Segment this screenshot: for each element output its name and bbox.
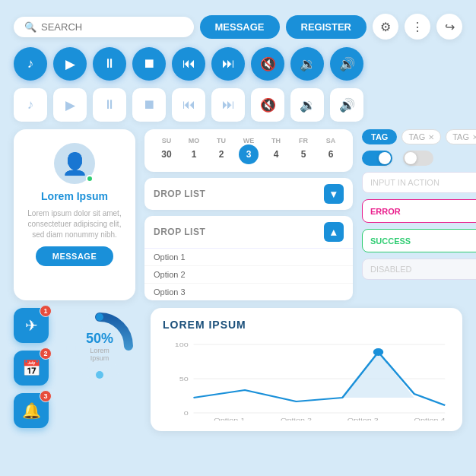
profile-card: 👤 Lorem Ipsum Lorem ipsum dolor sit amet… <box>14 129 135 300</box>
notif-badge-1: 1 <box>40 305 52 317</box>
svg-marker-10 <box>342 352 414 398</box>
svg-point-3 <box>96 371 103 379</box>
cal-day-sa[interactable]: SA 6 <box>319 137 342 164</box>
calendar: SU 30 MO 1 TU 2 WE 3 <box>144 129 353 172</box>
svg-text:Option 4: Option 4 <box>414 416 446 420</box>
play-btn[interactable]: ▶ <box>53 47 87 81</box>
menu-dots-button[interactable]: ⋮ <box>405 14 430 40</box>
toggle-off[interactable] <box>403 151 433 166</box>
media-controls-filled: ♪ ▶ ⏸ ⏹ ⏮ ⏭ 🔇 🔉 🔊 <box>14 47 462 81</box>
search-icon: 🔍 <box>24 21 36 33</box>
top-bar: 🔍 MESSAGE REGISTER ⚙ ⋮ ↪ <box>14 14 462 40</box>
message-button[interactable]: MESSAGE <box>200 15 280 39</box>
tag-close-icon[interactable]: ✕ <box>428 133 434 141</box>
line-chart-svg: 100 50 0 Option 1 Option 2 Option 3 Opti… <box>163 337 450 420</box>
search-input[interactable] <box>41 21 183 33</box>
notif-item-2: 📅 2 <box>14 351 49 386</box>
notification-icons: ✈ 1 📅 2 🔔 3 <box>14 308 49 428</box>
media-controls-outline: ♪ ▶ ⏸ ⏹ ⏮ ⏭ 🔇 🔉 🔊 <box>14 88 462 122</box>
toggle-knob-off <box>405 152 417 164</box>
card-message-button[interactable]: MESSAGE <box>36 246 114 266</box>
online-dot <box>86 175 94 182</box>
toggle-knob-on <box>379 152 391 164</box>
avatar: 👤 <box>54 143 95 184</box>
cal-day-su[interactable]: SU 30 <box>155 137 178 164</box>
droplist-option-3[interactable]: Option 3 <box>144 284 353 300</box>
rewind-btn[interactable]: ⏮ <box>172 47 205 81</box>
tag-outline-2[interactable]: TAG ✕ <box>446 129 476 144</box>
svg-text:50: 50 <box>179 375 189 382</box>
stop-btn[interactable]: ⏹ <box>132 47 166 81</box>
droplist-1-label: DROP LIST <box>154 189 205 199</box>
notif-item-1: ✈ 1 <box>14 308 49 343</box>
donut-wrap: 50% Lorem Ipsum <box>62 308 138 384</box>
input-disabled: DISABLED <box>362 259 476 280</box>
forward-btn[interactable]: ⏭ <box>211 47 245 81</box>
svg-text:100: 100 <box>175 341 189 347</box>
rewind-outline-btn[interactable]: ⏮ <box>172 88 205 122</box>
svg-text:0: 0 <box>184 409 189 416</box>
svg-text:Option 1: Option 1 <box>214 416 245 420</box>
cal-day-th[interactable]: TH 4 <box>265 137 287 164</box>
music-outline-btn[interactable]: ♪ <box>14 88 47 122</box>
avatar-icon: 👤 <box>62 151 88 176</box>
chart-title: LOREM IPSUM <box>163 319 450 331</box>
donut-chart: 50% Lorem Ipsum <box>58 308 141 384</box>
droplist-option-2[interactable]: Option 2 <box>144 266 353 284</box>
toggle-on[interactable] <box>362 151 392 166</box>
pause-btn[interactable]: ⏸ <box>93 47 126 81</box>
stop-outline-btn[interactable]: ⏹ <box>132 88 166 122</box>
droplist-2-header[interactable]: DROP LIST ▴ <box>144 216 353 248</box>
logout-button[interactable]: ↪ <box>436 14 462 40</box>
toggle-row <box>362 151 476 166</box>
music-btn[interactable]: ♪ <box>14 47 47 81</box>
vol-low-btn[interactable]: 🔉 <box>290 47 324 81</box>
droplist-2-label: DROP LIST <box>154 227 205 237</box>
mute-btn[interactable]: 🔇 <box>251 47 284 81</box>
input-error[interactable]: ERROR ✕ <box>362 199 476 223</box>
droplist-option-1[interactable]: Option 1 <box>144 249 353 266</box>
center-panel: SU 30 MO 1 TU 2 WE 3 <box>144 129 353 300</box>
vol-high-outline-btn[interactable]: 🔊 <box>330 88 363 122</box>
right-panel: TAG TAG ✕ TAG ✕ <box>362 129 476 300</box>
tag-close-icon-2[interactable]: ✕ <box>472 133 476 141</box>
notif-item-3: 🔔 3 <box>14 393 49 428</box>
droplist-1[interactable]: DROP LIST ▾ <box>144 178 353 210</box>
line-chart-card: LOREM IPSUM 100 50 0 Option 1 Option 2 <box>151 308 462 431</box>
notif-badge-3: 3 <box>40 390 52 402</box>
input-normal[interactable]: INPUT IN ACTION <box>362 172 476 193</box>
card-name: Lorem Ipsum <box>41 190 108 202</box>
input-success[interactable]: SUCCESS ✓ <box>362 229 476 252</box>
svg-text:Option 3: Option 3 <box>347 416 379 420</box>
card-desc: Lorem ipsum dolor sit amet, consectetuer… <box>24 208 125 240</box>
notif-badge-2: 2 <box>40 347 52 360</box>
cal-day-tu[interactable]: TU 2 <box>210 137 233 164</box>
forward-outline-btn[interactable]: ⏭ <box>211 88 245 122</box>
middle-section: 👤 Lorem Ipsum Lorem ipsum dolor sit amet… <box>14 129 462 300</box>
tag-row: TAG TAG ✕ TAG ✕ <box>362 129 476 144</box>
register-button[interactable]: REGISTER <box>286 15 367 39</box>
cal-day-mo[interactable]: MO 1 <box>182 137 205 164</box>
calendar-row: SU 30 MO 1 TU 2 WE 3 <box>155 137 342 164</box>
settings-button[interactable]: ⚙ <box>373 14 398 40</box>
svg-text:Option 2: Option 2 <box>281 416 312 420</box>
bottom-section: ✈ 1 📅 2 🔔 3 <box>14 308 462 431</box>
donut-pct: 50% <box>81 331 119 347</box>
donut-sub: Lorem Ipsum <box>81 347 119 362</box>
cal-day-we[interactable]: WE 3 <box>237 137 260 164</box>
tag-filled[interactable]: TAG <box>362 129 397 144</box>
svg-point-2 <box>96 313 103 321</box>
droplist-2-expanded: DROP LIST ▴ Option 1 Option 2 Option 3 <box>144 216 353 300</box>
tag-outline-1[interactable]: TAG ✕ <box>401 129 441 144</box>
svg-point-11 <box>373 348 384 356</box>
dropdown-arrow-down: ▾ <box>324 184 344 204</box>
vol-low-outline-btn[interactable]: 🔉 <box>290 88 324 122</box>
vol-high-btn[interactable]: 🔊 <box>330 47 363 81</box>
donut-label: 50% Lorem Ipsum <box>81 331 119 362</box>
search-box[interactable]: 🔍 <box>14 17 194 37</box>
mute-outline-btn[interactable]: 🔇 <box>251 88 284 122</box>
pause-outline-btn[interactable]: ⏸ <box>93 88 126 122</box>
play-outline-btn[interactable]: ▶ <box>53 88 87 122</box>
droplist-options: Option 1 Option 2 Option 3 <box>144 248 353 300</box>
cal-day-fr[interactable]: FR 5 <box>292 137 315 164</box>
